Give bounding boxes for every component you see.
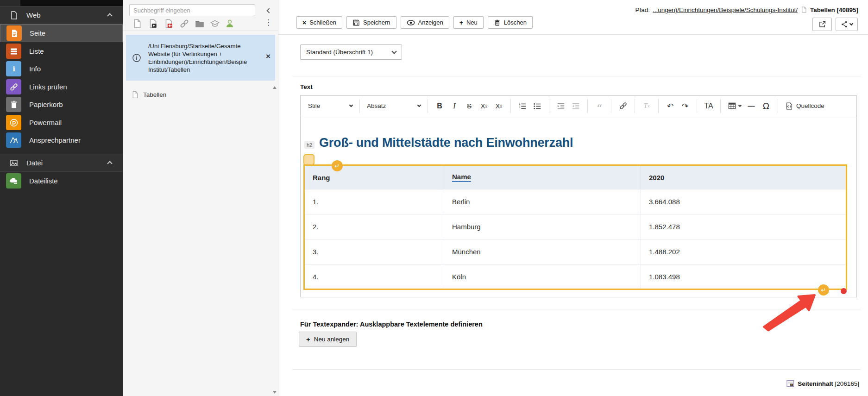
table-cell[interactable]: Köln xyxy=(444,264,641,289)
ordered-list-button[interactable]: 12 xyxy=(516,99,528,113)
new-page-icon[interactable] xyxy=(132,19,142,29)
table-cell[interactable]: 1.488.202 xyxy=(641,239,847,264)
collapse-tree-icon[interactable] xyxy=(264,6,274,16)
table-cell[interactable]: 3. xyxy=(304,239,444,264)
textarea-ta-button[interactable]: TA xyxy=(703,99,715,113)
styles-dropdown[interactable]: Stile xyxy=(305,99,355,113)
typo3-backend: Web Seite Liste i Info Links prüfe xyxy=(0,0,868,396)
plus-icon: + xyxy=(306,335,310,343)
svg-text:i: i xyxy=(13,65,15,73)
link-button[interactable] xyxy=(617,99,629,113)
content-type-select[interactable]: Standard (Überschrift 1) xyxy=(300,44,402,60)
folder-icon[interactable] xyxy=(195,19,205,29)
close-button[interactable]: × Schließen xyxy=(296,16,342,29)
table-cell[interactable]: 2. xyxy=(304,214,444,239)
bullet-list-button[interactable] xyxy=(531,99,543,113)
outdent-button[interactable] xyxy=(570,99,582,113)
table-header-cell[interactable]: 2020 xyxy=(641,165,847,189)
horizontal-rule-button[interactable]: — xyxy=(745,99,757,113)
link-icon[interactable] xyxy=(179,19,189,29)
sidebar-item-links-pruefen[interactable]: Links prüfen xyxy=(0,78,123,96)
table-header-cell[interactable]: Rang xyxy=(304,165,444,189)
list-module-icon xyxy=(6,44,21,59)
undo-button[interactable]: ↶ xyxy=(664,99,676,113)
strikethrough-button[interactable]: S xyxy=(463,99,475,113)
chevron-up-icon[interactable] xyxy=(108,11,112,19)
redo-button[interactable]: ↷ xyxy=(679,99,691,113)
indent-icon xyxy=(557,102,565,110)
table-anchor-handle[interactable] xyxy=(303,154,314,165)
chevron-down-icon xyxy=(849,22,853,25)
table-resize-handle[interactable] xyxy=(841,288,847,294)
table-row: 2. Hamburg 1.852.478 xyxy=(304,214,847,239)
sidebar-item-dateiliste[interactable]: Dateiliste xyxy=(0,172,123,190)
table-cell[interactable]: München xyxy=(444,239,641,264)
table-cell[interactable]: 4. xyxy=(304,264,444,289)
sidebar-item-info[interactable]: i Info xyxy=(0,60,123,78)
page-tree-panel: ⋮ /Uni Flensburg/Startseite/Gesamte Webs… xyxy=(123,0,278,396)
file-group-icon xyxy=(9,158,19,168)
table-row: 4. Köln 1.083.498 xyxy=(304,264,847,289)
docheader-corner-buttons xyxy=(812,18,858,31)
scroll-down-icon[interactable] xyxy=(272,390,277,394)
content-area: Pfad: ...ungen)/Einrichtungen/Beispiele/… xyxy=(278,0,868,396)
page-backlink-icon[interactable] xyxy=(164,19,174,29)
save-button[interactable]: Speichern xyxy=(346,16,396,29)
divider xyxy=(292,76,861,76)
user-page-icon[interactable] xyxy=(225,19,235,29)
view-button[interactable]: Anzeigen xyxy=(401,16,449,29)
sidebar-item-ansprechpartner[interactable]: Ansprechpartner xyxy=(0,131,123,149)
format-dropdown[interactable]: Absatz xyxy=(364,99,423,113)
ansprechpartner-module-icon xyxy=(6,132,21,148)
sidebar-item-label: Powermail xyxy=(29,119,62,126)
indent-button[interactable] xyxy=(555,99,567,113)
blockquote-button[interactable]: “ xyxy=(593,99,605,113)
table-cell[interactable]: Hamburg xyxy=(444,214,641,239)
table-icon xyxy=(728,101,736,110)
table-cell[interactable]: 3.664.088 xyxy=(641,189,847,214)
sidebar-item-liste[interactable]: Liste xyxy=(0,42,123,60)
sidebar-item-powermail[interactable]: Powermail xyxy=(0,113,123,132)
source-code-button[interactable]: Quellcode xyxy=(784,99,826,113)
path-link[interactable]: ...ungen)/Einrichtungen/Beispiele/Schulu… xyxy=(653,6,798,13)
table-cell[interactable]: Berlin xyxy=(444,189,641,214)
sidebar-item-seite[interactable]: Seite xyxy=(0,24,123,42)
sidebar-item-label: Liste xyxy=(29,47,44,55)
content-table[interactable]: Rang Name 2020 1. Berlin 3.664.088 2. Ha… xyxy=(303,164,847,290)
italic-button[interactable]: I xyxy=(448,99,460,113)
new-button[interactable]: + Neu xyxy=(453,16,484,29)
table-cell[interactable]: 1.083.498 xyxy=(641,264,847,289)
editor-heading[interactable]: Groß- und Mittelstädte nach Einwohnerzah… xyxy=(319,136,573,150)
tree-menu-kebab-icon[interactable]: ⋮ xyxy=(264,18,272,27)
special-char-button[interactable]: Ω xyxy=(760,99,772,113)
chevron-up-icon[interactable] xyxy=(108,159,112,167)
module-group-label: Web xyxy=(26,11,41,19)
plus-icon: + xyxy=(459,19,463,26)
module-group-datei[interactable]: Datei xyxy=(0,154,123,172)
insert-paragraph-after-handle[interactable]: ↵ xyxy=(818,284,829,295)
sidebar-item-papierkorb[interactable]: Papierkorb xyxy=(0,95,123,113)
insert-table-button[interactable] xyxy=(726,99,742,113)
heading-tag-badge: h2 xyxy=(304,141,314,149)
search-input[interactable] xyxy=(129,4,255,16)
close-icon[interactable]: × xyxy=(266,52,270,60)
superscript-button[interactable]: X2 xyxy=(493,99,505,113)
share-button[interactable] xyxy=(836,18,858,31)
module-group-web[interactable]: Web xyxy=(0,6,123,24)
scroll-up-icon[interactable] xyxy=(272,86,277,89)
delete-button[interactable]: Löschen xyxy=(488,16,533,29)
create-new-button[interactable]: + Neu anlegen xyxy=(299,332,357,347)
mountpoint-hat-icon[interactable] xyxy=(210,19,220,29)
remove-format-button[interactable]: Tx xyxy=(641,99,653,113)
page-shortcut-icon[interactable] xyxy=(148,19,158,29)
tree-node-tabellen[interactable]: Tabellen xyxy=(131,91,166,99)
subscript-button[interactable]: X2 xyxy=(478,99,490,113)
insert-paragraph-before-handle[interactable]: ↵ xyxy=(332,160,343,171)
sidebar-item-label: Seite xyxy=(30,29,45,37)
table-cell[interactable]: 1. xyxy=(304,189,444,214)
table-cell[interactable]: 1.852.478 xyxy=(641,214,847,239)
table-header-cell[interactable]: Name xyxy=(444,165,641,189)
open-in-new-window-button[interactable] xyxy=(812,18,832,31)
bullet-list-icon xyxy=(533,102,541,110)
bold-button[interactable]: B xyxy=(434,99,446,113)
